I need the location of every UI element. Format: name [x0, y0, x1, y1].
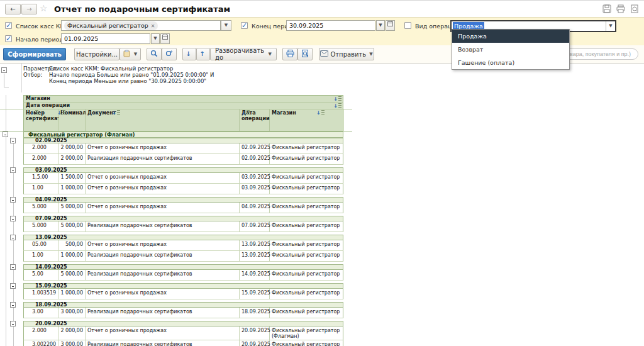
end-period-field[interactable]: 30.09.2025 — [286, 20, 375, 31]
date-group-row[interactable]: 20.09.2025 — [0, 321, 352, 326]
cert-number-cell: 05.00 — [24, 240, 58, 250]
end-period-calendar-button[interactable] — [386, 20, 395, 31]
document-cell: Отчет о розничных продажах — [86, 184, 240, 194]
print-icon[interactable] — [616, 4, 625, 13]
expand-rows-button[interactable]: ↓ — [182, 48, 196, 60]
date-group-row[interactable]: 07.09.2025 — [0, 216, 352, 221]
print-preview-button[interactable] — [297, 48, 313, 60]
nominal-cell: 1 500,00 — [58, 173, 86, 183]
date-group-row[interactable]: 15.09.2025 — [0, 283, 352, 289]
collapse-minus-icon[interactable] — [10, 216, 16, 221]
collapse-minus-icon[interactable] — [3, 131, 8, 137]
cancel-search-button[interactable] — [162, 48, 177, 60]
table-row[interactable]: 5.000 5 000,00 Реализация подарочных сер… — [0, 221, 352, 232]
start-period-field[interactable]: 01.09.2025 — [61, 33, 150, 44]
date-group-row[interactable]: 03.09.2025 — [0, 167, 352, 173]
collapse-minus-icon[interactable] — [10, 283, 16, 289]
collapse-minus-icon[interactable] — [10, 138, 16, 143]
table-row[interactable]: 05.00 500,00 Отчет о розничных продажах … — [0, 240, 352, 251]
date-cell: 03.09.2025 — [240, 173, 270, 183]
print-button[interactable] — [282, 48, 297, 60]
date-group-row[interactable]: 18.09.2025 — [0, 302, 352, 308]
cert-number-cell: 2.000 — [24, 326, 58, 340]
date-cell: 13.09.2025 — [240, 240, 270, 250]
column-header-row: Номер сертификата Номинал Документ Дата … — [0, 109, 352, 131]
date-group-row[interactable]: 13.09.2025 — [0, 235, 352, 240]
sort-icon[interactable] — [333, 96, 341, 102]
collapse-minus-icon[interactable] — [10, 197, 16, 203]
row-group-header[interactable]: Магазин — [0, 95, 352, 102]
table-row[interactable]: 2.000 2 000,00 Отчет о розничных продажа… — [0, 143, 352, 154]
column-header[interactable]: Дата операции — [240, 109, 270, 131]
sort-icon[interactable] — [57, 110, 84, 116]
collapse-rows-icon: ↑ — [199, 51, 204, 57]
start-period-dropdown-button[interactable]: ▼ — [151, 33, 160, 44]
table-row[interactable]: 5.00 5 000,00 Реализация подарочных серт… — [0, 270, 352, 281]
preview-icon[interactable] — [630, 4, 639, 13]
date-cell: 18.09.2025 — [240, 308, 270, 318]
date-group-row[interactable]: 04.09.2025 — [0, 197, 352, 203]
collapse-minus-icon[interactable] — [10, 302, 16, 308]
save-icon[interactable] — [602, 4, 611, 13]
date-cell: 02.09.2025 — [240, 154, 270, 164]
table-row[interactable]: 3.002200 3 000,00 Реализация подарочных … — [0, 340, 352, 346]
kkm-field[interactable]: Фискальный регистратор✕ — [61, 20, 221, 31]
store-cell: Фискальный регистратор — [270, 184, 344, 194]
column-header[interactable]: Номинал — [58, 109, 86, 131]
collapse-minus-icon[interactable] — [10, 235, 16, 240]
store-group-row[interactable]: Фискальный регистратор (Флагман) — [0, 131, 352, 138]
table-row[interactable]: 1.00 1 000,00 Реализация подарочных серт… — [0, 251, 352, 262]
back-button[interactable]: ← — [5, 4, 21, 14]
table-row[interactable]: 2.000 2 000,00 Реализация подарочных сер… — [0, 154, 352, 165]
chevron-down-icon: ▼ — [153, 36, 157, 41]
nominal-cell: 2 000,00 — [58, 326, 86, 340]
document-cell: Реализация подарочных сертификатов20:05:… — [86, 340, 240, 346]
parameters-label: Параметры: — [23, 65, 48, 72]
favorite-star-icon[interactable]: ☆ — [40, 3, 48, 13]
generate-button[interactable]: Сформировать — [3, 48, 66, 60]
column-header[interactable]: Номер сертификата — [24, 109, 58, 131]
kkm-checkbox[interactable] — [5, 22, 12, 29]
clear-x-icon[interactable]: ✕ — [151, 23, 155, 29]
collapse-minus-icon[interactable] — [10, 167, 16, 173]
start-period-checkbox[interactable] — [5, 35, 12, 42]
chevron-down-icon[interactable]: ▼ — [606, 21, 615, 31]
forward-button[interactable]: → — [21, 4, 37, 14]
date-group-row[interactable]: 02.09.2025 — [0, 138, 352, 143]
collapse-rows-button[interactable]: ↑ — [196, 48, 210, 60]
search-button[interactable] — [147, 48, 162, 60]
table-row[interactable]: 1.00 1 000,00 Отчет о розничных продажах… — [0, 184, 352, 194]
sort-icon[interactable] — [112, 110, 238, 116]
sort-icon[interactable] — [333, 103, 341, 109]
operation-checkbox[interactable] — [404, 22, 411, 29]
row-group-header[interactable]: Дата операции — [0, 102, 352, 109]
settings-variants-button[interactable]: ▼ — [119, 48, 141, 60]
date-cell: 02.09.2025 — [240, 143, 270, 153]
end-period-checkbox[interactable] — [241, 22, 248, 29]
end-period-dropdown-button[interactable]: ▼ — [376, 20, 385, 31]
dropdown-item-prodazha[interactable]: Продажа — [452, 30, 569, 43]
sort-icon[interactable] — [30, 110, 57, 116]
sort-icon[interactable] — [242, 110, 268, 116]
expand-to-button[interactable]: Разворачивать до▼ — [210, 48, 277, 60]
sort-icon[interactable] — [316, 110, 343, 116]
dropdown-item-gashenie[interactable]: Гашение (оплата) — [452, 56, 569, 69]
kkm-dropdown-button[interactable]: ▼ — [221, 20, 231, 31]
collapse-minus-icon[interactable] — [10, 321, 16, 326]
table-row[interactable]: 1,5.00 1 500,00 Отчет о розничных продаж… — [0, 173, 352, 184]
store-cell: Фискальный регистратор — [270, 251, 344, 261]
column-header[interactable]: Магазин — [270, 109, 344, 131]
date-group-row[interactable]: 14.09.2025 — [0, 264, 352, 270]
send-button[interactable]: Отправить▼ — [319, 48, 374, 60]
table-row[interactable]: 1.003519 1 000,00 Отчет о розничных прод… — [0, 289, 352, 299]
table-row[interactable]: 3.00 3 000,00 Реализация подарочных серт… — [0, 308, 352, 318]
column-header[interactable]: Документ — [86, 109, 240, 131]
collapse-minus-icon[interactable] — [10, 264, 16, 270]
table-row[interactable]: 5.000 5 000,00 Отчет о розничных продажа… — [0, 203, 352, 213]
table-row[interactable]: 2.000 2 000,00 Отчет о розничных продажа… — [0, 326, 352, 340]
document-cell: Реализация подарочных сертификатов — [86, 251, 240, 261]
start-period-calendar-button[interactable] — [160, 33, 170, 44]
dropdown-item-vozvrat[interactable]: Возврат — [452, 43, 569, 56]
settings-button[interactable]: Настройки... — [74, 48, 119, 60]
date-group-label: 03.09.2025 — [23, 167, 343, 173]
